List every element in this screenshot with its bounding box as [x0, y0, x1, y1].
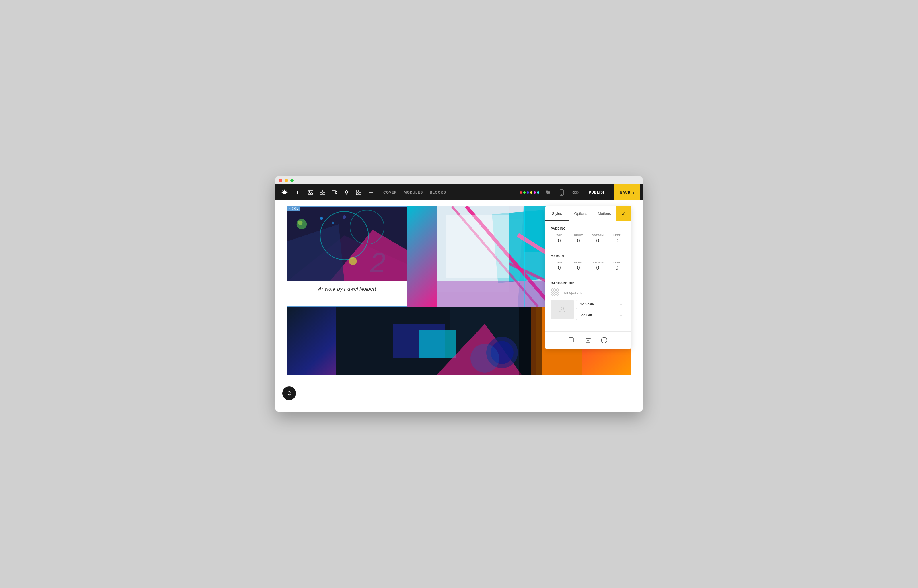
- close-button[interactable]: [279, 179, 282, 182]
- settings-icon[interactable]: [543, 187, 553, 198]
- styles-tab[interactable]: Styles: [545, 207, 569, 221]
- blocks-nav[interactable]: BLOCKS: [430, 191, 446, 194]
- padding-title: PADDING: [551, 227, 625, 230]
- svg-rect-6: [323, 193, 325, 195]
- svg-rect-7: [332, 191, 336, 194]
- col-label-text: COL: [292, 207, 298, 210]
- svg-rect-5: [320, 193, 322, 195]
- image-tool[interactable]: [305, 187, 316, 198]
- margin-right-label: RIGHT: [574, 261, 583, 264]
- svg-point-31: [298, 221, 303, 225]
- stripe-tool[interactable]: [365, 187, 377, 198]
- padding-bottom-value[interactable]: 0: [596, 238, 599, 244]
- svg-rect-49: [524, 206, 525, 307]
- add-btn[interactable]: [599, 335, 609, 345]
- background-preview[interactable]: [551, 300, 574, 319]
- minimize-button[interactable]: [284, 179, 288, 182]
- artwork-image: 2: [288, 207, 407, 281]
- publish-button[interactable]: PUBLISH: [584, 188, 610, 197]
- svg-rect-59: [419, 330, 456, 358]
- svg-text:T: T: [296, 190, 299, 195]
- background-section: BACKGROUND Transparent: [551, 282, 625, 320]
- gallery-tool[interactable]: [317, 187, 328, 198]
- mobile-icon[interactable]: [556, 187, 567, 198]
- margin-grid: TOP 0 RIGHT 0 BOTTOM 0: [551, 261, 625, 271]
- tools-group: T: [293, 187, 377, 198]
- margin-top-value[interactable]: 0: [558, 265, 561, 271]
- panel-tabs: Styles Options Motions ✓: [545, 206, 631, 221]
- margin-section: MARGIN TOP 0 RIGHT 0 BOTTOM: [551, 254, 625, 271]
- margin-top-label: TOP: [556, 261, 562, 264]
- svg-point-23: [575, 192, 576, 193]
- panel-confirm-button[interactable]: ✓: [616, 206, 631, 221]
- col-label: ≡ COL: [287, 206, 301, 211]
- svg-rect-11: [359, 193, 361, 195]
- modules-nav[interactable]: MODULES: [404, 191, 423, 194]
- padding-left-label: LEFT: [613, 234, 620, 237]
- widget-tool[interactable]: [353, 187, 364, 198]
- svg-point-32: [349, 257, 357, 265]
- transparent-label: Transparent: [562, 290, 582, 295]
- svg-text:2: 2: [370, 247, 386, 278]
- padding-right-col: RIGHT 0: [570, 234, 587, 244]
- svg-point-20: [546, 193, 547, 194]
- svg-point-35: [343, 215, 346, 219]
- preview-icon[interactable]: [570, 187, 581, 198]
- toolbar: T: [275, 184, 643, 200]
- margin-left-col: LEFT 0: [608, 261, 625, 271]
- svg-point-66: [470, 344, 499, 373]
- cover-nav[interactable]: COVER: [383, 191, 397, 194]
- maximize-button[interactable]: [290, 179, 294, 182]
- svg-rect-10: [356, 193, 358, 195]
- artwork-caption: Artwork by Pawel Nolbert: [288, 281, 407, 297]
- panel-body: PADDING TOP 0 RIGHT 0 BOTTOM: [545, 221, 631, 331]
- logo[interactable]: [278, 184, 291, 200]
- title-bar: [275, 176, 643, 184]
- margin-right-value[interactable]: 0: [577, 265, 580, 271]
- margin-left-value[interactable]: 0: [615, 265, 618, 271]
- margin-bottom-value[interactable]: 0: [596, 265, 599, 271]
- scale-dropdown[interactable]: No Scale ▾: [576, 300, 625, 309]
- margin-title: MARGIN: [551, 254, 625, 258]
- text-tool[interactable]: T: [293, 187, 304, 198]
- delete-btn[interactable]: [583, 335, 593, 345]
- svg-point-33: [320, 217, 323, 220]
- padding-top-col: TOP 0: [551, 234, 568, 244]
- padding-bottom-col: BOTTOM 0: [589, 234, 606, 244]
- hamburger-icon: ≡: [289, 207, 291, 210]
- main-canvas: ≡ COL: [275, 200, 643, 412]
- left-column[interactable]: ≡ COL: [287, 206, 407, 307]
- svg-rect-8: [356, 190, 358, 192]
- svg-point-18: [546, 191, 548, 192]
- scroll-button[interactable]: [282, 386, 296, 400]
- padding-left-value[interactable]: 0: [615, 238, 618, 244]
- video-tool[interactable]: [329, 187, 340, 198]
- save-button[interactable]: SAVE ›: [614, 184, 640, 200]
- padding-grid: TOP 0 RIGHT 0 BOTTOM 0: [551, 234, 625, 244]
- app-window: T: [275, 176, 643, 412]
- svg-point-67: [561, 307, 564, 310]
- svg-rect-4: [323, 190, 325, 192]
- layout-tool[interactable]: [341, 187, 352, 198]
- scale-value: No Scale: [580, 302, 594, 306]
- svg-point-19: [548, 192, 550, 193]
- padding-right-label: RIGHT: [574, 234, 583, 237]
- toolbar-right: PUBLISH SAVE ›: [520, 184, 640, 200]
- save-chevron-icon: ›: [633, 190, 635, 195]
- svg-rect-69: [569, 337, 573, 341]
- color-dots-icon[interactable]: [520, 191, 539, 194]
- position-dropdown[interactable]: Top Left ▾: [576, 311, 625, 320]
- margin-right-col: RIGHT 0: [570, 261, 587, 271]
- position-value: Top Left: [580, 313, 592, 317]
- nav-group: COVER MODULES BLOCKS: [383, 191, 446, 194]
- options-tab[interactable]: Options: [569, 207, 593, 221]
- padding-top-value[interactable]: 0: [558, 238, 561, 244]
- scale-chevron-icon: ▾: [620, 303, 622, 306]
- svg-point-34: [332, 222, 334, 224]
- svg-rect-3: [320, 190, 322, 192]
- margin-top-col: TOP 0: [551, 261, 568, 271]
- canvas-area: ≡ COL: [275, 200, 643, 412]
- duplicate-btn[interactable]: [567, 335, 577, 345]
- padding-right-value[interactable]: 0: [577, 238, 580, 244]
- motions-tab[interactable]: Motions: [592, 207, 616, 221]
